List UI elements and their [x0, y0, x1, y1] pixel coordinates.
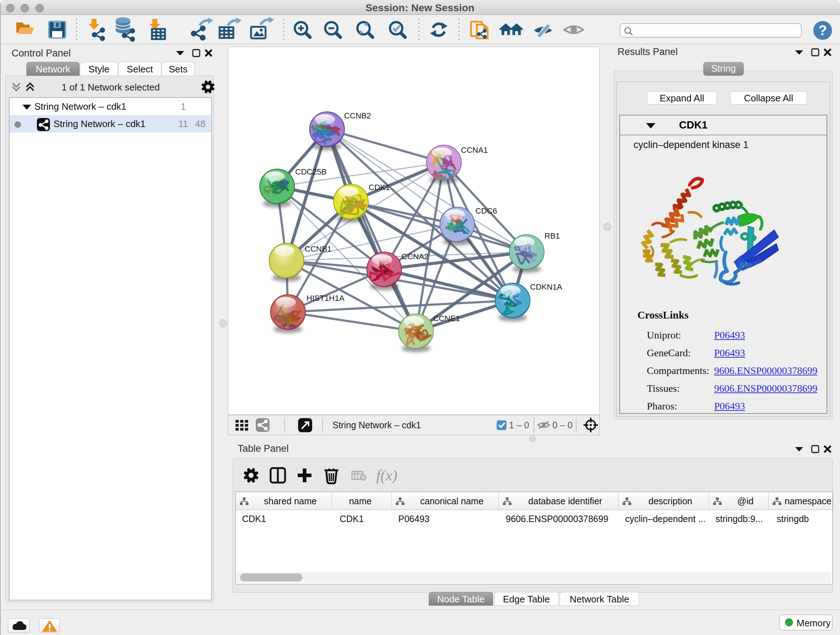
svg-text:CDK1: CDK1	[369, 183, 390, 192]
svg-text:?: ?	[818, 23, 827, 38]
svg-text:HIST1H1A: HIST1H1A	[306, 294, 344, 302]
svg-text:1 – 0: 1 – 0	[509, 420, 529, 430]
svg-text:f(x): f(x)	[376, 467, 397, 484]
svg-text:CCNA2: CCNA2	[401, 252, 429, 261]
svg-text:String Network – cdk1: String Network – cdk1	[332, 420, 421, 430]
svg-text:0 – 0: 0 – 0	[553, 420, 573, 430]
svg-text:CCNB2: CCNB2	[344, 111, 371, 120]
svg-text:CCNA1: CCNA1	[461, 146, 488, 155]
svg-text:CCNB1: CCNB1	[305, 244, 332, 253]
svg-text:CCNE1: CCNE1	[433, 314, 460, 323]
svg-text:CDC6: CDC6	[475, 206, 497, 215]
svg-text:CDKN1A: CDKN1A	[530, 282, 562, 291]
svg-text:RB1: RB1	[545, 231, 560, 241]
svg-text:CDC25B: CDC25B	[295, 167, 327, 176]
